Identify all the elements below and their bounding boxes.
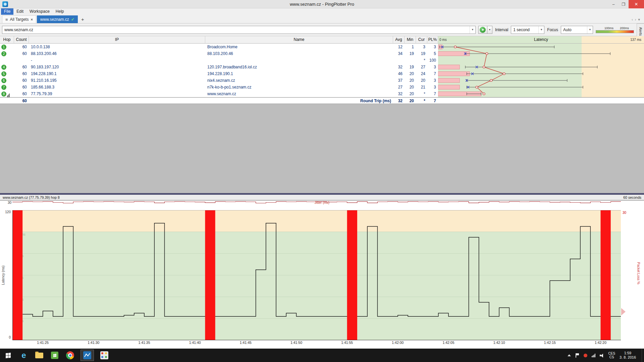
- maximize-button[interactable]: ❐: [619, 0, 629, 8]
- time-tick-label: 1:42:05: [438, 341, 459, 345]
- menu-edit[interactable]: Edit: [13, 8, 26, 15]
- speaker-icon[interactable]: [600, 353, 604, 357]
- hop-name: n7k-ko-b-po1.seznam.cz: [205, 84, 393, 90]
- minimize-button[interactable]: –: [608, 0, 619, 8]
- toolbar: www.seznam.cz ▼ ▶ ▼ Interval 1 second ▼ …: [0, 23, 644, 36]
- hop-cur: 20: [416, 77, 427, 84]
- tab-scroll-arrows[interactable]: ‹›▾: [632, 17, 642, 22]
- windows-taskbar: e: [0, 349, 644, 362]
- notification-badge-icon[interactable]: [584, 354, 587, 357]
- time-tick-label: 1:42:00: [388, 341, 408, 345]
- close-button[interactable]: ✕: [629, 0, 644, 8]
- chevron-down-icon[interactable]: ▼: [587, 26, 593, 34]
- hop-ip: 90.183.197.120: [29, 64, 205, 70]
- menu-help[interactable]: Help: [53, 8, 67, 15]
- target-input[interactable]: www.seznam.cz ▼: [2, 26, 476, 34]
- legend-100ms-label: 100ms: [604, 26, 613, 30]
- column-header-latency[interactable]: Latency: [438, 36, 644, 44]
- chevron-down-icon[interactable]: ▼: [538, 26, 544, 34]
- latency-color-legend: 100ms 200ms: [596, 26, 634, 33]
- timeline-side-arrow-icon[interactable]: [621, 308, 626, 315]
- tab-all-targets[interactable]: ≡ All Targets ×: [2, 15, 36, 23]
- internet-explorer-icon[interactable]: e: [19, 350, 29, 360]
- network-signal-icon[interactable]: [592, 354, 595, 357]
- hop-latency-chart[interactable]: [438, 44, 644, 97]
- rt-count: 60: [14, 98, 27, 104]
- language-line2: CS: [608, 355, 615, 359]
- hop-pl: 100: [427, 57, 438, 64]
- focus-select[interactable]: Auto ▼: [561, 26, 593, 34]
- interval-select[interactable]: 1 second ▼: [511, 26, 544, 34]
- column-header-cur[interactable]: Cur: [416, 36, 427, 44]
- hop-ip: 77.75.79.39: [29, 90, 205, 97]
- focused-hop-graph-icon: [7, 90, 10, 97]
- y-axis-title: Latency (ms): [1, 265, 5, 285]
- language-line1: CES: [608, 352, 615, 355]
- menu-file[interactable]: File: [1, 8, 13, 15]
- column-header-count[interactable]: Count: [14, 36, 29, 44]
- interval-label: Interval: [495, 27, 508, 32]
- hop-number-badge: 5: [1, 71, 6, 76]
- file-explorer-icon[interactable]: [34, 350, 44, 360]
- pingplotter-icon: [83, 351, 91, 359]
- hop-name: [205, 57, 393, 64]
- column-header-pl[interactable]: PL%: [427, 36, 438, 44]
- hop-count: 60: [14, 84, 29, 90]
- time-tick-label: 1:42:15: [540, 341, 560, 345]
- column-header-min[interactable]: Min: [405, 36, 416, 44]
- hop-name: 120.197.broadband16.iol.cz: [205, 64, 393, 70]
- hop-min: 20: [405, 77, 416, 84]
- hop-number-badge: 4: [1, 65, 6, 70]
- hop-name: nix4.seznam.cz: [205, 77, 393, 84]
- hop-ip: 185.66.188.3: [29, 84, 205, 90]
- hop-hop: 5: [0, 70, 14, 77]
- hop-ip: -: [29, 57, 205, 64]
- hop-cur: 27: [416, 64, 427, 70]
- new-tab-button[interactable]: +: [78, 15, 87, 23]
- hop-min: 20: [405, 84, 416, 90]
- legend-200ms-label: 200ms: [620, 26, 629, 30]
- hop-count: 60: [14, 77, 29, 84]
- rt-min: 20: [405, 98, 414, 104]
- hop-cur: 19: [416, 50, 427, 57]
- latency-timeline-chart[interactable]: 20 ms40 ms60 ms80 ms100 ms: [12, 210, 621, 340]
- screen: www.seznam.cz - PingPlotter Pro – ❐ ✕ Fi…: [0, 0, 644, 362]
- timeline-span-label: 60 seconds: [623, 195, 641, 199]
- hop-count: 60: [14, 50, 29, 57]
- language-indicator[interactable]: CES CS: [608, 352, 615, 359]
- column-header-name[interactable]: Name: [205, 36, 393, 44]
- show-desktop-button[interactable]: [642, 349, 644, 362]
- pingplotter-taskbar-button[interactable]: [80, 350, 94, 361]
- column-header-avg[interactable]: Avg: [393, 36, 405, 44]
- show-hidden-icons-icon[interactable]: [568, 354, 571, 356]
- packet-loss-scale-max: 30: [623, 211, 626, 215]
- hop-hop: 7: [0, 84, 14, 90]
- start-trace-button[interactable]: ▶: [478, 26, 487, 34]
- store-icon[interactable]: [50, 350, 60, 360]
- chevron-down-icon[interactable]: ▼: [470, 26, 475, 34]
- column-header-ip[interactable]: IP: [29, 36, 205, 44]
- trace-options-dropdown[interactable]: ▼: [487, 26, 492, 34]
- hop-min: 19: [405, 50, 416, 57]
- jitter-chart[interactable]: [12, 201, 621, 208]
- column-header-hop[interactable]: Hop: [0, 36, 14, 44]
- timeline-header: www.seznam.cz (77.75.79.39) hop 8 60 sec…: [0, 195, 644, 200]
- packet-loss-axis-title: Packet Loss %: [637, 262, 640, 284]
- time-tick-label: 1:41:25: [33, 341, 53, 345]
- chrome-icon[interactable]: [65, 350, 75, 360]
- start-button[interactable]: [0, 349, 16, 362]
- time-tick-label: 1:41:40: [185, 341, 205, 345]
- menu-workspace[interactable]: Workspace: [26, 8, 53, 15]
- timeline-target-label: www.seznam.cz (77.75.79.39) hop 8: [3, 195, 60, 199]
- jitter-strip[interactable]: 30 Jitter (ms): [0, 200, 644, 208]
- paint-app-icon[interactable]: [99, 350, 109, 360]
- hop-avg: 12: [393, 44, 405, 50]
- rt-pl: 7: [427, 98, 436, 104]
- hop-ip: 194.228.190.1: [29, 70, 205, 77]
- action-center-flag-icon[interactable]: [575, 353, 579, 358]
- close-tab-icon[interactable]: ×: [31, 17, 33, 21]
- round-trip-row[interactable]: 60 Round Trip (ms) 32 20 * 7: [0, 97, 644, 104]
- taskbar-clock[interactable]: 1:59 3. 8. 2016: [620, 351, 636, 360]
- hop-number-badge: 6: [1, 78, 6, 83]
- tab-www-seznam-cz[interactable]: www.seznam.cz ✓: [37, 15, 78, 23]
